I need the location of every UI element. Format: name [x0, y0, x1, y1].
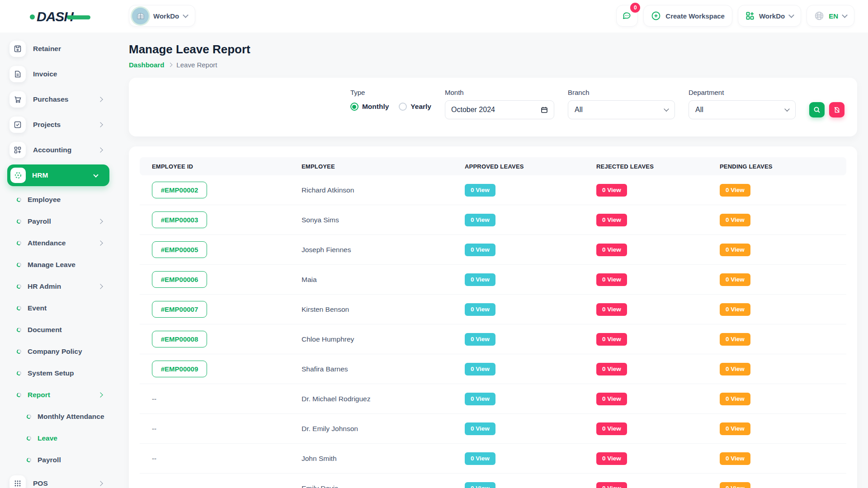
pending-leaves-view-badge[interactable]: 0 View [720, 184, 750, 197]
radio-yearly-label: Yearly [410, 103, 431, 111]
sidebar-item-report-payroll[interactable]: Payroll [0, 449, 116, 471]
grid-plus-icon [9, 142, 26, 158]
pending-leaves-view-badge[interactable]: 0 View [720, 244, 750, 256]
sidebar-item-manage-leave[interactable]: Manage Leave [0, 254, 116, 276]
table-row: #EMP00009 Shafira Barnes 0 View 0 View 0… [140, 354, 846, 384]
employee-name: Richard Atkinson [302, 186, 465, 194]
branch-label: Branch [568, 89, 675, 96]
month-input[interactable]: October 2024 [445, 100, 554, 119]
workdo-dropdown[interactable]: WorkDo [738, 5, 801, 27]
pending-leaves-view-badge[interactable]: 0 View [720, 422, 750, 435]
approved-leaves-view-badge[interactable]: 0 View [465, 482, 495, 488]
branch-select[interactable]: All [568, 100, 675, 119]
pending-leaves-view-badge[interactable]: 0 View [720, 363, 750, 375]
approved-leaves-view-badge[interactable]: 0 View [465, 244, 495, 256]
sidebar-item-system-setup[interactable]: System Setup [0, 362, 116, 384]
pending-leaves-view-badge[interactable]: 0 View [720, 273, 750, 286]
sidebar-item-pos[interactable]: POS [0, 471, 116, 488]
messages-button[interactable]: 0 [616, 5, 638, 27]
sidebar-item-event[interactable]: Event [0, 297, 116, 319]
chevron-down-icon [784, 106, 789, 111]
pending-leaves-view-badge[interactable]: 0 View [720, 303, 750, 316]
approved-leaves-view-badge[interactable]: 0 View [465, 363, 495, 375]
employee-id-button[interactable]: #EMP00008 [152, 331, 207, 347]
table-row: -- Emily Davis 0 View 0 View 0 View [140, 474, 846, 488]
sidebar-item-purchases[interactable]: Purchases [0, 87, 116, 112]
radio-monthly-label: Monthly [362, 103, 389, 111]
column-header: EMPLOYEE ID [152, 163, 302, 170]
sidebar-item-label: Projects [33, 121, 61, 129]
pending-leaves-view-badge[interactable]: 0 View [720, 452, 750, 465]
column-header: REJECTED LEAVES [596, 163, 720, 170]
sidebar-item-company-policy[interactable]: Company Policy [0, 341, 116, 362]
employee-id-empty: -- [152, 455, 302, 462]
rejected-leaves-view-badge[interactable]: 0 View [596, 333, 627, 346]
table-row: #EMP00008 Chloe Humphrey 0 View 0 View 0… [140, 324, 846, 354]
breadcrumb-dashboard-link[interactable]: Dashboard [129, 61, 164, 69]
reset-filter-button[interactable] [829, 102, 844, 117]
rejected-leaves-view-badge[interactable]: 0 View [596, 303, 627, 316]
sidebar-item-document[interactable]: Document [0, 319, 116, 341]
rejected-leaves-view-badge[interactable]: 0 View [596, 184, 627, 197]
radio-yearly[interactable]: Yearly [399, 103, 431, 111]
chevron-right-icon [98, 219, 103, 224]
sidebar-item-hrm[interactable]: HRM [7, 164, 109, 186]
rejected-leaves-view-badge[interactable]: 0 View [596, 482, 627, 488]
bullet-icon [16, 371, 22, 376]
approved-leaves-view-badge[interactable]: 0 View [465, 333, 495, 346]
employee-id-button[interactable]: #EMP00007 [152, 301, 207, 318]
dash-logo[interactable]: DASH [30, 9, 90, 24]
sidebar-item-label: Accounting [33, 146, 71, 154]
approved-leaves-view-badge[interactable]: 0 View [465, 273, 495, 286]
sidebar-item-retainer[interactable]: Retainer [0, 36, 116, 61]
employee-id-button[interactable]: #EMP00005 [152, 241, 207, 258]
search-button[interactable] [809, 102, 825, 117]
sidebar-item-payroll[interactable]: Payroll [0, 211, 116, 232]
sidebar-item-attendance[interactable]: Attendance [0, 232, 116, 254]
department-filter-group: Department All [689, 89, 796, 119]
language-selector[interactable]: EN [807, 5, 854, 27]
approved-leaves-view-badge[interactable]: 0 View [465, 184, 495, 197]
sidebar-item-label: Invoice [33, 70, 57, 78]
workdo-dropdown-label: WorkDo [759, 12, 785, 20]
sidebar-item-projects[interactable]: Projects [0, 112, 116, 137]
rejected-leaves-view-badge[interactable]: 0 View [596, 422, 627, 435]
sidebar-item-label: Event [28, 304, 47, 312]
pending-leaves-view-badge[interactable]: 0 View [720, 214, 750, 226]
pending-leaves-view-badge[interactable]: 0 View [720, 482, 750, 488]
rejected-leaves-view-badge[interactable]: 0 View [596, 244, 627, 256]
sidebar-item-accounting[interactable]: Accounting [0, 137, 116, 163]
approved-leaves-view-badge[interactable]: 0 View [465, 303, 495, 316]
approved-leaves-view-badge[interactable]: 0 View [465, 393, 495, 405]
rejected-leaves-view-badge[interactable]: 0 View [596, 452, 627, 465]
employee-id-button[interactable]: #EMP00009 [152, 361, 207, 377]
approved-leaves-view-badge[interactable]: 0 View [465, 214, 495, 226]
hrm-icon [10, 168, 26, 183]
rejected-leaves-view-badge[interactable]: 0 View [596, 393, 627, 405]
sidebar-item-label: Payroll [38, 456, 61, 464]
workspace-selector[interactable]: WorkDo [129, 5, 195, 27]
approved-leaves-view-badge[interactable]: 0 View [465, 422, 495, 435]
sidebar-item-invoice[interactable]: Invoice [0, 61, 116, 87]
radio-monthly[interactable]: Monthly [350, 103, 389, 111]
approved-leaves-view-badge[interactable]: 0 View [465, 452, 495, 465]
department-select[interactable]: All [689, 100, 796, 119]
rejected-leaves-view-badge[interactable]: 0 View [596, 363, 627, 375]
bullet-icon [16, 392, 22, 398]
sidebar-item-hr-admin[interactable]: HR Admin [0, 276, 116, 297]
pending-leaves-view-badge[interactable]: 0 View [720, 393, 750, 405]
create-workspace-button[interactable]: Create Workspace [643, 5, 732, 27]
chevron-right-icon [98, 284, 103, 289]
employee-name: Dr. Emily Johnson [302, 425, 465, 433]
breadcrumb-current: Leave Report [176, 61, 217, 69]
sidebar-item-monthly-attendance[interactable]: Monthly Attendance [0, 406, 116, 427]
sidebar-item-report[interactable]: Report [0, 384, 116, 406]
rejected-leaves-view-badge[interactable]: 0 View [596, 214, 627, 226]
rejected-leaves-view-badge[interactable]: 0 View [596, 273, 627, 286]
pending-leaves-view-badge[interactable]: 0 View [720, 333, 750, 346]
employee-id-button[interactable]: #EMP00003 [152, 211, 207, 228]
employee-id-button[interactable]: #EMP00006 [152, 271, 207, 288]
employee-id-button[interactable]: #EMP00002 [152, 182, 207, 198]
sidebar-item-employee[interactable]: Employee [0, 189, 116, 211]
sidebar-item-leave[interactable]: Leave [0, 427, 116, 449]
